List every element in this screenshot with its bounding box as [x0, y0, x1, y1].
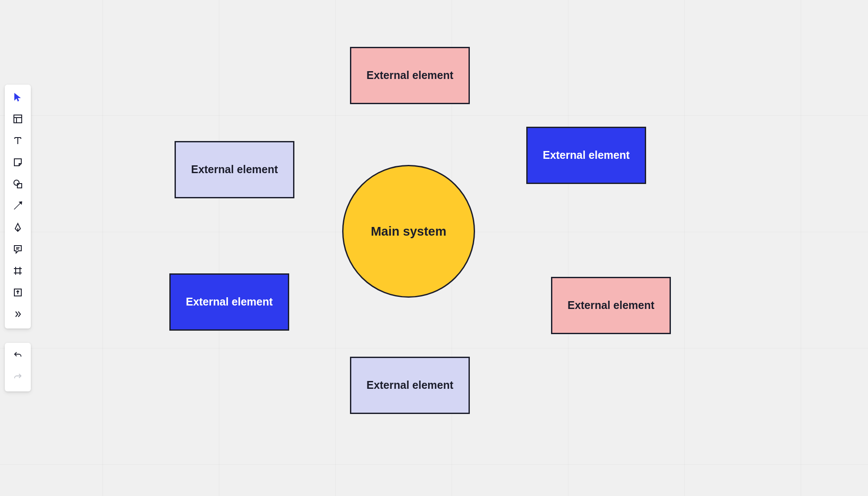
chevron-right-icon: [13, 309, 23, 321]
diagram-node-main[interactable]: Main system: [342, 165, 475, 298]
shape-icon: [13, 179, 23, 191]
text-icon: [13, 135, 23, 148]
diagram-canvas[interactable]: Main systemExternal elementExternal elem…: [0, 0, 868, 496]
svg-point-7: [14, 180, 19, 185]
node-label: External element: [182, 293, 277, 310]
diagram-node-ext-bottom-right[interactable]: External element: [551, 277, 671, 334]
arrow-tool[interactable]: [8, 197, 27, 216]
frame-tool[interactable]: [8, 110, 27, 129]
svg-rect-0: [14, 115, 22, 123]
pen-tool[interactable]: [8, 219, 27, 238]
comment-icon: [13, 244, 23, 256]
arrow-icon: [13, 200, 23, 213]
upload-icon: [13, 287, 23, 299]
undo-icon: [13, 351, 23, 362]
diagram-node-ext-bottom[interactable]: External element: [350, 357, 470, 414]
node-label: External element: [563, 297, 659, 314]
node-label: External element: [538, 147, 634, 164]
diagram-node-ext-top-left[interactable]: External element: [175, 141, 294, 198]
frame-icon: [13, 114, 23, 126]
select-tool[interactable]: [8, 89, 27, 108]
diagram-node-ext-top[interactable]: External element: [350, 47, 470, 104]
text-tool[interactable]: [8, 132, 27, 151]
hash-frame-icon: [13, 266, 23, 278]
redo-icon: [13, 372, 23, 384]
sticky-note-tool[interactable]: [8, 154, 27, 173]
diagram-node-ext-top-right[interactable]: External element: [526, 127, 646, 184]
redo-button[interactable]: [8, 368, 27, 388]
node-label: External element: [187, 161, 282, 178]
frame-area-tool[interactable]: [8, 262, 27, 281]
toolbar: [5, 85, 31, 328]
shape-tool[interactable]: [8, 175, 27, 194]
more-tools[interactable]: [8, 305, 27, 325]
pen-icon: [13, 222, 23, 234]
svg-rect-8: [17, 184, 22, 188]
cursor-icon: [13, 92, 23, 104]
sticky-note-icon: [13, 157, 23, 169]
node-label: External element: [362, 377, 458, 394]
comment-tool[interactable]: [8, 240, 27, 259]
upload-tool[interactable]: [8, 284, 27, 303]
history-toolbar: [5, 343, 31, 391]
undo-button[interactable]: [8, 347, 27, 366]
node-label: External element: [362, 67, 458, 84]
node-label: Main system: [366, 222, 451, 241]
diagram-node-ext-bottom-left[interactable]: External element: [169, 273, 289, 331]
